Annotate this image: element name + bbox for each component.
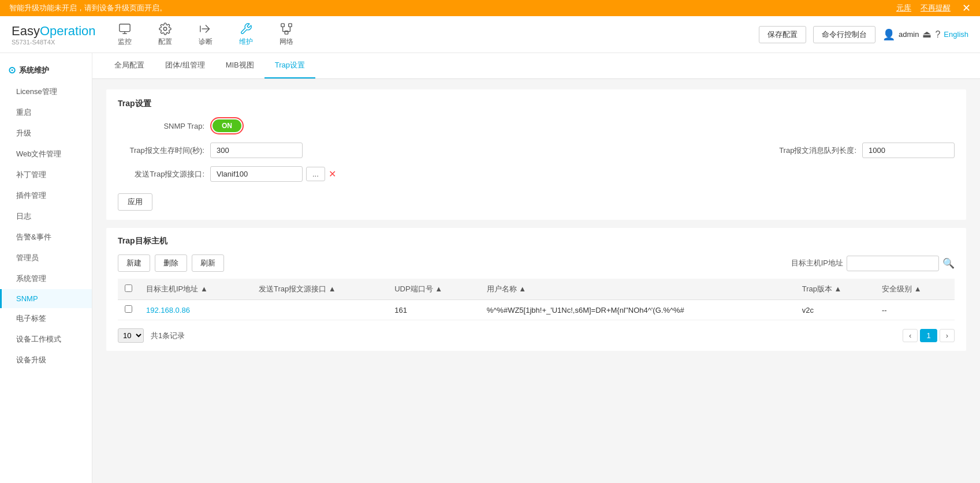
src-if-delete-button[interactable]: ✕ — [329, 169, 336, 179]
header-right: 保存配置 命令行控制台 👤 admin ⏏ ? English — [759, 26, 968, 43]
top-banner: 智能升级功能未开启，请到设备升级页面开启。 元库 不再提醒 ✕ — [0, 0, 980, 16]
save-config-button[interactable]: 保存配置 — [759, 26, 806, 43]
tab-global-config[interactable]: 全局配置 — [104, 53, 155, 78]
msg-len-input[interactable] — [862, 143, 955, 158]
src-if-browse-button[interactable]: ... — [306, 167, 325, 181]
sidebar: ⊙ 系统维护 License管理 重启 升级 Web文件管理 补丁管理 插件管理… — [0, 53, 92, 483]
nav-label-maintain: 维护 — [239, 37, 253, 47]
sidebar-item-etag[interactable]: 电子标签 — [0, 308, 92, 329]
nav-item-monitor[interactable]: 监控 — [113, 23, 136, 47]
th-security: 安全级别 ▲ — [875, 279, 955, 300]
content-inner: Trap设置 SNMP Trap: ON Trap报文生存时间(秒): Trap… — [92, 79, 980, 361]
tab-group-manage[interactable]: 团体/组管理 — [155, 53, 215, 78]
sidebar-group-maintenance: ⊙ 系统维护 License管理 重启 升级 Web文件管理 补丁管理 插件管理… — [0, 59, 92, 370]
new-button[interactable]: 新建 — [118, 254, 150, 272]
banner-link1[interactable]: 元库 — [896, 3, 911, 13]
nav-item-maintain[interactable]: 维护 — [234, 23, 258, 47]
table-row: 192.168.0.86 161 %^%#WZ5[1jbh!+_'U1Nc!,s… — [118, 300, 955, 320]
sidebar-item-webfile[interactable]: Web文件管理 — [0, 144, 92, 164]
row-udp-port: 161 — [387, 300, 479, 320]
content-area: 全局配置 团体/组管理 MIB视图 Trap设置 Trap设置 SNMP Tra… — [92, 53, 980, 483]
th-username: 用户名称 ▲ — [480, 279, 795, 300]
circle-icon: ⊙ — [8, 65, 16, 76]
page-nav: ‹ 1 › — [903, 329, 955, 342]
svg-rect-0 — [119, 24, 129, 31]
sidebar-item-reboot[interactable]: 重启 — [0, 102, 92, 123]
nav-label-monitor: 监控 — [118, 37, 132, 47]
nav-label-network: 网络 — [280, 37, 293, 47]
row-username: %^%#WZ5[1jbh!+_'U1Nc!,s6M]=DR+M{nl''NOh4… — [480, 300, 795, 320]
sidebar-group-title[interactable]: ⊙ 系统维护 — [0, 59, 92, 81]
source-row: ... ✕ — [210, 166, 336, 182]
sidebar-item-alarm[interactable]: 告警&事件 — [0, 227, 92, 248]
row-trap-ver: v2c — [795, 300, 875, 320]
search-input[interactable] — [847, 256, 939, 271]
sidebar-item-devupgrade[interactable]: 设备升级 — [0, 350, 92, 370]
src-if-label: 发送Trap报文源接口: — [118, 169, 210, 179]
svg-point-3 — [163, 27, 167, 31]
row-ip: 192.168.0.86 — [139, 300, 252, 320]
apply-button[interactable]: 应用 — [118, 193, 152, 211]
th-ip: 目标主机IP地址 ▲ — [139, 279, 252, 300]
page-next-button[interactable]: › — [940, 329, 955, 342]
trap-settings-section: Trap设置 SNMP Trap: ON Trap报文生存时间(秒): Trap… — [106, 89, 966, 220]
th-checkbox — [118, 279, 139, 300]
select-all-checkbox[interactable] — [125, 284, 132, 292]
nav-label-diag: 诊断 — [199, 37, 213, 47]
sidebar-item-sysmanage[interactable]: 系统管理 — [0, 268, 92, 289]
banner-link2[interactable]: 不再提醒 — [921, 3, 951, 13]
header: EasyOperation S5731-S48T4X 监控 配置 诊断 维护 网… — [0, 16, 980, 53]
ttl-input[interactable] — [210, 143, 303, 158]
logout-icon[interactable]: ⏏ — [922, 28, 931, 40]
ttl-label: Trap报文生存时间(秒): — [118, 145, 210, 156]
row-ip-link[interactable]: 192.168.0.86 — [146, 306, 190, 314]
banner-close-icon[interactable]: ✕ — [962, 2, 971, 14]
row-checkbox-cell — [118, 300, 139, 320]
src-if-input[interactable] — [210, 166, 303, 182]
tab-mib-view[interactable]: MIB视图 — [215, 53, 264, 78]
tab-trap-settings[interactable]: Trap设置 — [264, 53, 315, 78]
nav-label-config: 配置 — [158, 37, 172, 47]
search-button[interactable]: 🔍 — [942, 257, 955, 269]
nav-item-diag[interactable]: 诊断 — [194, 23, 217, 47]
cmd-console-button[interactable]: 命令行控制台 — [813, 26, 875, 43]
sidebar-item-upgrade[interactable]: 升级 — [0, 123, 92, 144]
page-prev-button[interactable]: ‹ — [903, 329, 918, 342]
page-1-button[interactable]: 1 — [920, 329, 937, 342]
sidebar-item-license[interactable]: License管理 — [0, 81, 92, 102]
nav-item-network[interactable]: 网络 — [275, 23, 298, 47]
row-checkbox[interactable] — [125, 305, 132, 313]
sidebar-item-log[interactable]: 日志 — [0, 206, 92, 227]
trap-targets-title: Trap目标主机 — [118, 236, 955, 246]
refresh-button[interactable]: 刷新 — [192, 254, 224, 272]
sidebar-item-plugin[interactable]: 插件管理 — [0, 185, 92, 206]
svg-rect-7 — [288, 23, 292, 27]
snmp-trap-row: SNMP Trap: ON — [118, 117, 955, 134]
nav-item-config[interactable]: 配置 — [154, 23, 177, 47]
sidebar-item-snmp[interactable]: SNMP — [0, 289, 92, 308]
ttl-msglen-row: Trap报文生存时间(秒): Trap报文消息队列长度: — [118, 143, 955, 158]
sidebar-item-workmode[interactable]: 设备工作模式 — [0, 329, 92, 350]
snmp-trap-toggle[interactable]: ON — [213, 119, 241, 132]
tabs-bar: 全局配置 团体/组管理 MIB视图 Trap设置 — [92, 53, 980, 79]
search-label: 目标主机IP地址 — [791, 258, 843, 268]
logo-easy: Easy — [12, 24, 40, 38]
banner-text: 智能升级功能未开启，请到设备升级页面开启。 — [9, 3, 892, 13]
language-switcher[interactable]: English — [944, 30, 968, 39]
user-area: 👤 admin ⏏ ? English — [882, 28, 968, 41]
delete-button[interactable]: 删除 — [155, 254, 187, 272]
search-area: 目标主机IP地址 🔍 — [791, 256, 955, 271]
sidebar-item-admin[interactable]: 管理员 — [0, 248, 92, 268]
logo-operation: Operation — [40, 24, 96, 38]
snmp-trap-toggle-wrap: ON — [210, 117, 244, 134]
table-header-row: 目标主机IP地址 ▲ 发送Trap报文源接口 ▲ UDP端口号 ▲ 用户名称 ▲… — [118, 279, 955, 300]
help-icon[interactable]: ? — [935, 29, 940, 40]
logo: EasyOperation S5731-S48T4X — [12, 24, 96, 46]
sidebar-item-patch[interactable]: 补丁管理 — [0, 164, 92, 185]
page-size-select[interactable]: 10 20 50 — [118, 328, 144, 343]
row-security: -- — [875, 300, 955, 320]
trap-targets-section: Trap目标主机 新建 删除 刷新 目标主机IP地址 🔍 — [106, 228, 966, 351]
svg-rect-6 — [281, 23, 284, 27]
device-model: S5731-S48T4X — [12, 39, 96, 46]
user-icon: 👤 — [882, 28, 895, 41]
